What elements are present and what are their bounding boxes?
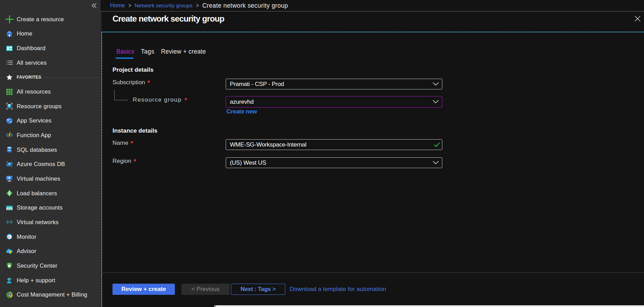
svg-text:SQL: SQL <box>7 150 11 152</box>
svg-text:$: $ <box>9 293 10 296</box>
